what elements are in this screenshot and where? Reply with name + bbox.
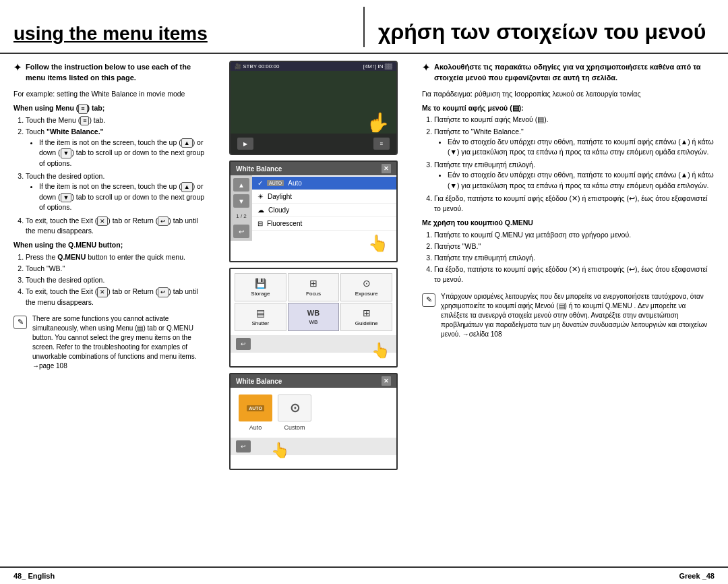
menu-step-2-sub: If the item is not on the screen, touch …	[26, 138, 205, 169]
example-label-left-text: For example: setting the White Balance i…	[13, 90, 185, 98]
wb-back-row: ↩	[231, 438, 396, 455]
menu-title: White Balance	[236, 165, 282, 173]
right-qmenu-section-title: Με χρήση του κουμπιού Q.MENU	[422, 218, 715, 228]
wb-back-btn[interactable]: ↩	[236, 440, 251, 452]
return-icon-2: ↩	[158, 287, 169, 297]
left-intro: ✦ Follow the instruction below to use ea…	[13, 62, 205, 84]
up-icon-2: ▲	[181, 182, 193, 192]
cam-status-bar: 🎥 STBY 00:00:00 [4M↑] IN ▒▒	[231, 62, 396, 71]
wb-auto-box[interactable]: AUTO	[239, 395, 272, 421]
header-divider	[363, 7, 365, 47]
right-qmenu-step-3: Πατήστε την επιθυμητή επιλογή.	[434, 253, 715, 263]
left-title: using the menu items	[13, 23, 350, 47]
menu-step-1-left: Touch the Menu (≡) tab.	[26, 115, 205, 126]
right-menu-section-title: Με το κουμπί αφής μενού (▤):	[422, 103, 715, 113]
menu-item-auto[interactable]: ✓ AUTO Auto	[252, 177, 396, 190]
wb-options-screen: White Balance ✕ AUTO Auto ⊙ Custom	[229, 373, 398, 470]
exposure-icon: ⊙	[363, 278, 371, 289]
menu-item-fluorescent[interactable]: ⊟ Fluorescent	[252, 217, 396, 231]
quick-back-btn[interactable]: ↩	[236, 338, 251, 350]
quick-item-guideline-label: Guideline	[355, 320, 378, 326]
quick-item-exposure[interactable]: ⊙ Exposure	[340, 273, 392, 301]
menu-icon-inline: ≡	[78, 104, 87, 114]
quick-item-wb[interactable]: WB WB	[288, 303, 340, 331]
menu-step-2-left: Touch "White Balance." If the item is no…	[26, 127, 205, 169]
right-title: χρήση των στοιχείων του μενού	[378, 19, 715, 47]
menu-section-title-left: When using Menu (≡) tab;	[13, 103, 205, 114]
right-step-3: Πατήστε την επιθυμητή επιλογή. Εάν το στ…	[434, 160, 715, 191]
qmenu-step-1: Press the Q.MENU button to enter the qui…	[26, 252, 205, 262]
menu-items-list: ✓ AUTO Auto ☀ Daylight ☁ Cloudy	[252, 175, 396, 241]
menu-down-btn[interactable]: ▼	[233, 194, 249, 208]
camera-screen-top: 🎥 STBY 00:00:00 [4M↑] IN ▒▒ ▶ ≡ 👆	[229, 61, 398, 155]
menu-step-2-sub-1: If the item is not on the screen, touch …	[39, 138, 205, 169]
wb-auto-label: Auto	[249, 424, 262, 431]
menu-item-daylight[interactable]: ☀ Daylight	[252, 190, 396, 204]
quick-menu-screen: 💾 Storage ⊞ Focus ⊙ Exposure ▤ Shutter	[229, 268, 398, 368]
menu-up-btn[interactable]: ▲	[233, 178, 249, 192]
note-box-right: ✎ Υπάρχουν ορισμένες λειτουργίες που δεν…	[422, 292, 715, 339]
qmenu-step-2: Touch "WB."	[26, 264, 205, 274]
qmenu-section-title-left: When using the Q.MENU button;	[13, 240, 205, 250]
quick-item-focus[interactable]: ⊞ Focus	[288, 273, 340, 301]
right-step-2-sub-1: Εάν το στοιχείο δεν υπάρχει στην οθόνη, …	[448, 137, 715, 157]
menu-btn[interactable]: ≡	[373, 138, 390, 150]
wb-header: White Balance ✕	[231, 374, 396, 388]
menu-step-3-sub-1: If the item is not on the screen, touch …	[39, 181, 205, 212]
example-label-right: Για παράδειγμα: ρύθμιση της Ισορροπίας λ…	[422, 89, 715, 99]
quick-item-guideline[interactable]: ⊞ Guideline	[340, 303, 392, 331]
wb-icon: WB	[307, 309, 320, 317]
intro-text: Follow the instruction below to use each…	[26, 62, 205, 84]
right-step-2-sub: Εάν το στοιχείο δεν υπάρχει στην οθόνη, …	[434, 137, 715, 157]
wb-title: White Balance	[236, 378, 282, 385]
menu-item-cloudy-label: Cloudy	[268, 206, 289, 214]
footer: 48_ English Greek _48	[0, 566, 728, 584]
right-column: ✦ Ακολουθήστε τις παρακάτω οδηγίες για ν…	[411, 54, 728, 566]
menu-close-btn[interactable]: ✕	[382, 164, 391, 173]
hand-icon-4: 👆	[271, 442, 289, 459]
focus-icon: ⊞	[309, 278, 317, 289]
menu-step-3-left: Touch the desired option. If the item is…	[26, 171, 205, 213]
right-qmenu-step-2: Πατήστε "WB."	[434, 241, 715, 252]
menu-steps-left: Touch the Menu (≡) tab. Touch "White Bal…	[13, 115, 205, 237]
menu-page-num: 1 / 2	[236, 213, 247, 219]
hand-icon-1: 👆	[366, 111, 390, 134]
wb-auto-tag: AUTO	[247, 405, 264, 411]
right-intro: ✦ Ακολουθήστε τις παρακάτω οδηγίες για ν…	[422, 62, 715, 84]
guideline-icon: ⊞	[363, 308, 371, 318]
cloudy-icon: ☁	[257, 206, 264, 214]
menu-back-btn[interactable]: ↩	[233, 225, 249, 238]
bullet-icon-right: ✦	[422, 61, 430, 74]
shutter-icon: ▤	[256, 308, 265, 318]
play-btn[interactable]: ▶	[237, 138, 253, 150]
footer-right: Greek _48	[679, 572, 715, 580]
right-step-1: Πατήστε το κουμπί αφής Μενού (▤).	[434, 115, 715, 125]
wb-option-custom[interactable]: ⊙ Custom	[278, 395, 311, 431]
down-icon-2: ▼	[61, 193, 72, 203]
wb-custom-icon: ⊙	[290, 401, 300, 415]
quick-item-storage[interactable]: 💾 Storage	[235, 273, 286, 301]
right-menu-steps: Πατήστε το κουμπί αφής Μενού (▤). Πατήστ…	[422, 115, 715, 214]
page: using the menu items χρήση των στοιχείων…	[0, 0, 728, 584]
right-qmenu-step-1: Πατήστε το κουμπί Q.MENU για μετάβαση στ…	[434, 230, 715, 240]
quick-item-focus-label: Focus	[306, 291, 321, 297]
wb-options: AUTO Auto ⊙ Custom	[231, 388, 396, 438]
menu-item-fluorescent-label: Fluorescent	[267, 220, 302, 227]
wb-close-btn[interactable]: ✕	[382, 376, 391, 386]
note-icon-left: ✎	[13, 316, 27, 329]
wb-hand-area: 👆	[231, 455, 396, 469]
cam-res: [4M↑] IN ▒▒	[363, 63, 392, 69]
menu-icon-s1: ≡	[80, 116, 89, 126]
note-text-left: There are some functions you cannot acti…	[32, 314, 205, 371]
main-content: ✦ Follow the instruction below to use ea…	[0, 54, 728, 566]
example-label-left: For example: setting the White Balance i…	[13, 89, 205, 99]
right-step-2: Πατήστε το "White Balance." Εάν το στοιχ…	[434, 127, 715, 158]
menu-item-cloudy[interactable]: ☁ Cloudy	[252, 204, 396, 217]
wb-custom-box[interactable]: ⊙	[278, 395, 311, 421]
auto-check-icon: ✓	[257, 179, 263, 187]
cam-icon: 🎥 STBY 00:00:00	[235, 63, 279, 69]
bullet-icon: ✦	[13, 61, 22, 74]
quick-item-shutter[interactable]: ▤ Shutter	[235, 303, 286, 331]
center-column: 🎥 STBY 00:00:00 [4M↑] IN ▒▒ ▶ ≡ 👆 White …	[216, 54, 411, 566]
wb-option-auto[interactable]: AUTO Auto	[239, 395, 272, 431]
